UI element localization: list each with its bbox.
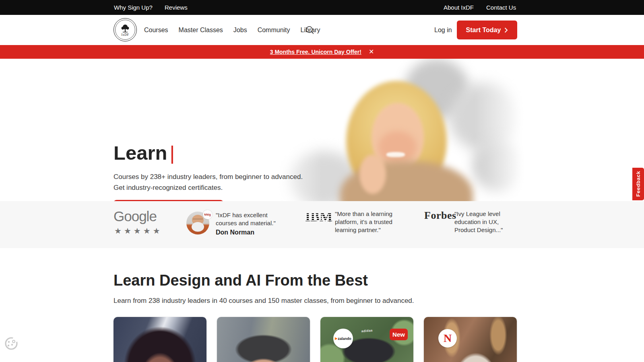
forbes-quote: "Ivy League level education in UX, Produ… [454, 210, 511, 234]
login-link[interactable]: Log in [434, 15, 452, 45]
page: Why Sign Up? Reviews About IxDF Contact … [0, 0, 644, 362]
nav-item-community[interactable]: Community [258, 27, 290, 34]
quote-text: "IxDF has excellent courses and material… [216, 211, 283, 227]
section-heading: Learn Design and AI From the Best [114, 272, 368, 289]
start-today-button[interactable]: Start Today [457, 21, 517, 39]
google-logo: Google [114, 208, 157, 224]
new-badge: New [390, 329, 408, 340]
instructor-card-4[interactable]: N [424, 317, 517, 362]
hero-image [264, 59, 527, 201]
instructor-photo [424, 317, 517, 362]
ixdf-logo[interactable]: IxDF [114, 18, 137, 41]
nav-item-jobs[interactable]: Jobs [233, 27, 247, 34]
netflix-badge: N [438, 329, 457, 348]
nav-item-courses[interactable]: Courses [144, 27, 168, 34]
search-icon[interactable] [305, 25, 315, 35]
typing-cursor: | [169, 142, 175, 164]
topbar-link-reviews[interactable]: Reviews [165, 0, 188, 15]
promo-banner-link[interactable]: 3 Months Free. Unicorn Day Offer! [270, 49, 361, 55]
promo-banner: 3 Months Free. Unicorn Day Offer! ✕ [0, 45, 644, 59]
zalando-label: zalando [338, 337, 351, 341]
hero-subtext-line1: Courses by 238+ industry leaders, from b… [114, 173, 303, 181]
logo-ring [115, 20, 135, 40]
adidas-cap-logo: adidas [361, 329, 373, 333]
instructor-card-3[interactable]: adidas ▶ zalando New [320, 317, 413, 362]
cookie-settings-icon[interactable] [3, 335, 19, 352]
topbar-link-why-sign-up[interactable]: Why Sign Up? [114, 0, 153, 15]
instructor-card-1[interactable] [114, 317, 206, 362]
hero-image-fade [264, 59, 527, 201]
don-norman-quote-block: "IxDF has excellent courses and material… [216, 211, 283, 237]
hero-section: Learn| Courses by 238+ industry leaders,… [0, 59, 644, 201]
main-navbar: IxDF Courses Master Classes Jobs Communi… [0, 15, 644, 45]
feedback-tab[interactable]: Feedback [632, 168, 644, 200]
instructor-photo [217, 317, 310, 362]
ibm-registered-mark: ® [329, 220, 331, 222]
ibm-logo: IBM [305, 209, 332, 224]
topbar-link-contact-us[interactable]: Contact Us [486, 0, 516, 15]
social-proof-strip: Google ★★★★★ NN/g "IxDF has excellent co… [0, 201, 644, 248]
zalando-arrow-icon: ▶ [335, 337, 337, 340]
topbar-link-about-ixdf[interactable]: About IxDF [444, 0, 474, 15]
chevron-right-icon [504, 27, 508, 33]
rating-stars-icon: ★★★★★ [114, 226, 163, 236]
avatar-beard [192, 222, 204, 232]
primary-nav: Courses Master Classes Jobs Community Li… [144, 15, 320, 45]
instructor-photo [114, 317, 206, 362]
close-icon[interactable]: ✕ [369, 49, 374, 55]
section-subheading: Learn from 238 industry leaders in 40 co… [114, 297, 414, 305]
hero-subtext-line2: Get industry-recognized certificates. [114, 184, 223, 192]
topbar: Why Sign Up? Reviews About IxDF Contact … [0, 0, 644, 15]
quote-author: Don Norman [216, 228, 283, 237]
zalando-badge: ▶ zalando [333, 329, 353, 348]
forbes-logo: Forbes [424, 210, 456, 222]
hero-heading: Learn| [114, 142, 175, 164]
nav-item-master-classes[interactable]: Master Classes [179, 27, 223, 34]
avatar-glasses [193, 219, 203, 221]
ibm-quote: "More than a learning platform, it's a t… [335, 210, 400, 234]
nng-badge: NN/g [203, 210, 212, 219]
start-today-label: Start Today [466, 27, 501, 34]
instructor-card-2[interactable] [217, 317, 310, 362]
